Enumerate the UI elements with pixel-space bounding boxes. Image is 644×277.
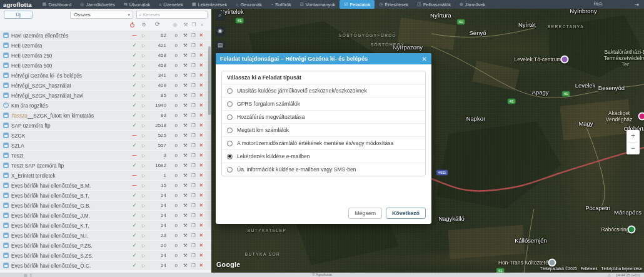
duplicate-task-icon[interactable]	[191, 83, 196, 88]
run-task-icon[interactable]	[142, 33, 146, 38]
run-task-icon[interactable]	[142, 123, 146, 128]
attribution-report-link[interactable]: Térképhiba bejelentése	[601, 266, 642, 271]
duplicate-task-icon[interactable]	[191, 193, 196, 198]
task-status-icon[interactable]	[131, 162, 138, 168]
task-status-icon[interactable]	[131, 32, 138, 38]
edit-task-icon[interactable]	[183, 153, 188, 158]
duplicate-task-icon[interactable]	[191, 163, 196, 168]
task-row[interactable]: Teszt 3 0	[0, 151, 211, 160]
print-icon[interactable]: ⎙	[598, 1, 602, 7]
task-status-icon[interactable]	[131, 52, 138, 58]
edit-task-icon[interactable]	[183, 133, 188, 138]
poi-marker-gray[interactable]	[548, 259, 556, 267]
poi-marker-purple[interactable]	[561, 56, 569, 64]
delete-task-icon[interactable]	[199, 182, 203, 188]
task-row[interactable]: Hétvégi Gezóna ki- és belépés 341 0	[0, 71, 211, 80]
logout-icon[interactable]: ⇥	[635, 2, 639, 8]
run-task-icon[interactable]	[142, 193, 146, 198]
edit-task-icon[interactable]	[183, 113, 188, 118]
edit-task-icon[interactable]	[183, 123, 188, 128]
nav-item[interactable]: ⊛ Járművek	[455, 0, 490, 9]
task-row[interactable]: Éves bérlők havi ellenőrzése_G.B. 24 0	[0, 201, 211, 210]
edit-task-icon[interactable]	[183, 43, 188, 48]
edit-task-icon[interactable]	[183, 173, 188, 178]
poi-marker-pink[interactable]	[638, 113, 644, 121]
globe-icon[interactable]: ◎	[171, 22, 179, 28]
delete-task-icon[interactable]	[199, 102, 203, 108]
duplicate-task-icon[interactable]	[191, 233, 196, 238]
run-task-icon[interactable]	[142, 63, 146, 68]
task-row[interactable]: Tassza__SZGK_futott km kimutatás 83 0	[0, 111, 211, 120]
edit-task-icon[interactable]	[183, 63, 188, 68]
run-task-icon[interactable]	[142, 73, 146, 78]
task-status-icon[interactable]	[131, 262, 138, 268]
task-row[interactable]: Éves bérlők havi ellenőrzése_P.ZS. 20 0	[0, 241, 211, 250]
edit-task-icon[interactable]	[183, 253, 188, 258]
task-row[interactable]: Heti üzemóra 500 458 0	[0, 61, 211, 70]
edit-task-icon[interactable]	[183, 223, 188, 228]
edit-task-icon[interactable]	[183, 263, 188, 268]
edit-task-icon[interactable]	[183, 213, 188, 218]
task-type-option[interactable]: Utasítás küldése járműkövető eszköznek/e…	[222, 84, 425, 98]
layers-icon[interactable]: ▤	[215, 41, 225, 51]
attribution-terms-link[interactable]: Feltételek	[580, 266, 597, 271]
refresh-icon[interactable]: ⟳	[154, 21, 161, 28]
nav-item[interactable]: ⊟ Vontatmányok	[296, 0, 340, 9]
radio-icon[interactable]	[227, 154, 233, 159]
delete-task-icon[interactable]	[199, 252, 203, 258]
duplicate-task-icon[interactable]	[191, 263, 196, 268]
task-type-option[interactable]: Úa. információk küldése e-mailben vagy S…	[222, 163, 425, 176]
dialog-close-icon[interactable]: ✕	[422, 56, 427, 63]
delete-task-icon[interactable]	[199, 112, 203, 118]
run-task-icon[interactable]	[142, 103, 146, 108]
task-status-icon[interactable]	[131, 232, 138, 238]
duplicate-task-icon[interactable]	[191, 133, 196, 138]
run-task-icon[interactable]	[142, 223, 146, 228]
nav-item[interactable]: ◔ Sofőrök	[266, 0, 296, 9]
copy-icon[interactable]: ❐	[190, 22, 198, 28]
edit-task-icon[interactable]	[183, 203, 188, 208]
duplicate-task-icon[interactable]	[191, 243, 196, 248]
delete-task-icon[interactable]	[199, 62, 203, 68]
nav-item[interactable]: ◫ Felhasználók	[413, 0, 455, 9]
duplicate-task-icon[interactable]	[191, 123, 196, 128]
task-row[interactable]: Havi üzemóra ellenőrzés 62 0	[0, 31, 211, 40]
delete-task-icon[interactable]	[199, 232, 203, 238]
radio-icon[interactable]	[227, 101, 233, 107]
task-status-icon[interactable]	[131, 212, 138, 218]
radio-icon[interactable]	[227, 167, 233, 173]
delete-task-icon[interactable]	[199, 132, 203, 138]
task-status-icon[interactable]	[131, 112, 138, 118]
duplicate-task-icon[interactable]	[191, 43, 196, 48]
run-task-icon[interactable]	[142, 233, 146, 238]
edit-task-icon[interactable]	[183, 33, 188, 38]
duplicate-task-icon[interactable]	[191, 203, 196, 208]
edit-task-icon[interactable]	[183, 233, 188, 238]
delete-task-icon[interactable]	[199, 242, 203, 248]
edit-task-icon[interactable]	[183, 243, 188, 248]
duplicate-task-icon[interactable]	[191, 73, 196, 78]
nav-item[interactable]: ○ Geozónák	[231, 0, 266, 9]
run-task-icon[interactable]	[142, 263, 146, 268]
duplicate-task-icon[interactable]	[191, 33, 196, 38]
duplicate-task-icon[interactable]	[191, 113, 196, 118]
task-status-icon[interactable]	[131, 72, 138, 78]
power-icon[interactable]	[130, 23, 134, 28]
task-status-icon[interactable]	[131, 152, 138, 158]
panel-scrollbar[interactable]	[208, 46, 211, 115]
task-type-option[interactable]: Hozzáférés megváltoztatása	[222, 111, 425, 124]
run-task-icon[interactable]	[142, 53, 146, 58]
delete-task-icon[interactable]	[199, 222, 203, 228]
run-task-icon[interactable]	[142, 253, 146, 258]
task-row[interactable]: Teszt SAP üzemóra ftp 1692 0	[0, 161, 211, 170]
duplicate-task-icon[interactable]	[191, 103, 196, 108]
task-status-icon[interactable]	[131, 42, 138, 48]
edit-task-icon[interactable]	[183, 193, 188, 198]
task-row[interactable]: SZLA 557 0	[0, 141, 211, 150]
nav-item[interactable]: ⇆ Útvonalak	[119, 0, 154, 9]
task-status-icon[interactable]	[131, 252, 138, 258]
duplicate-task-icon[interactable]	[191, 213, 196, 218]
search-input[interactable]	[143, 12, 199, 18]
task-status-icon[interactable]	[131, 102, 138, 108]
delete-task-icon[interactable]	[199, 122, 203, 128]
